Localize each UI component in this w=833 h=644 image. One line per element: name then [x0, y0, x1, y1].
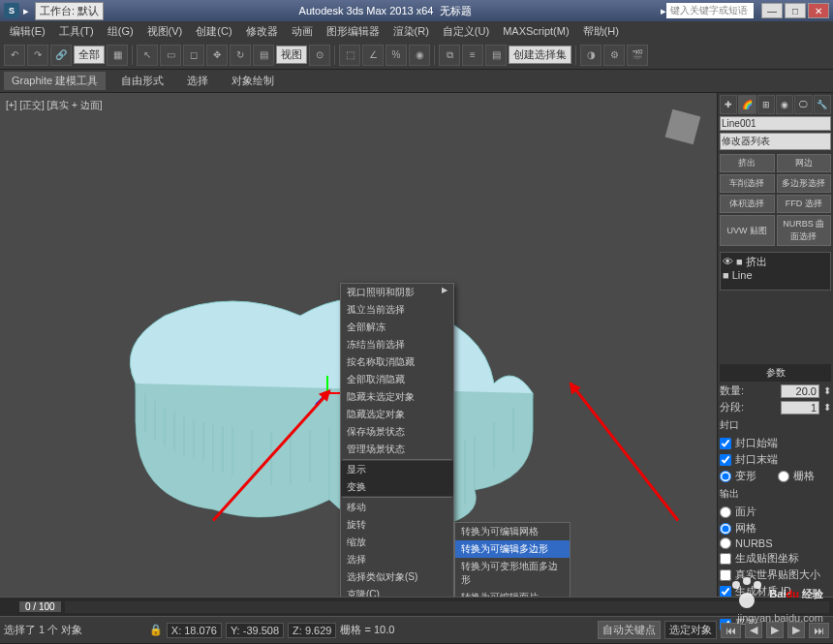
timeline[interactable]: 0 / 100 — [0, 597, 833, 616]
scale-button[interactable]: ▤ — [253, 45, 274, 66]
ctx-item[interactable]: 旋转 — [341, 516, 453, 534]
ctx-item[interactable]: 隐藏未选定对象 — [341, 388, 453, 406]
object-name-input[interactable] — [720, 116, 831, 131]
submenu-item[interactable]: 转换为可编辑面片 — [455, 589, 570, 597]
undo-button[interactable]: ↶ — [4, 45, 25, 66]
stack-base[interactable]: ■ Line — [723, 269, 828, 281]
gen-matids-check[interactable] — [720, 586, 731, 598]
lock-icon[interactable]: 🔒 — [149, 624, 163, 636]
keymode-select[interactable]: 选定对象 — [664, 621, 717, 639]
move-button[interactable]: ✥ — [206, 45, 228, 66]
workspace-selector[interactable]: 工作台: 默认 — [35, 2, 104, 20]
ctx-item[interactable]: 保存场景状态 — [341, 423, 453, 441]
ctx-item[interactable]: 按名称取消隐藏 — [341, 353, 453, 371]
refcoord-select[interactable]: 视图 — [276, 46, 307, 64]
submenu-item[interactable]: 转换为可编辑网格 — [455, 523, 570, 540]
material-button[interactable]: ◑ — [580, 45, 602, 66]
link-button[interactable]: 🔗 — [50, 45, 72, 66]
panel-tab-modify[interactable]: 🌈 — [738, 95, 756, 114]
mirror-button[interactable]: ⧉ — [439, 45, 460, 66]
menu-tools[interactable]: 工具(T) — [53, 22, 100, 41]
menu-view[interactable]: 视图(V) — [141, 22, 189, 41]
ribbon-selection[interactable]: 选择 — [179, 72, 216, 90]
amount-spinner[interactable]: 20.0 — [781, 384, 819, 398]
ctx-item[interactable]: 克隆(C) — [341, 586, 453, 597]
select-name-button[interactable]: ▭ — [160, 45, 181, 66]
filter-select[interactable]: 全部 — [74, 46, 105, 64]
percent-snap-button[interactable]: % — [386, 45, 407, 66]
btn-polyselect[interactable]: 多边形选择 — [777, 174, 832, 193]
panel-tab-display[interactable]: 🖵 — [794, 95, 812, 114]
ribbon-graphite[interactable]: Graphite 建模工具 — [4, 72, 106, 90]
close-button[interactable]: ✕ — [808, 3, 829, 18]
btn-profile[interactable]: 车削选择 — [720, 174, 775, 193]
menu-edit[interactable]: 编辑(E) — [4, 22, 51, 41]
panel-tab-utilities[interactable]: 🔧 — [814, 95, 831, 114]
ctx-item[interactable]: 全部解冻 — [341, 319, 453, 336]
ctx-item[interactable]: 移动 — [341, 499, 453, 516]
select-button[interactable]: ↖ — [137, 45, 158, 66]
cap-start-check[interactable] — [720, 438, 731, 449]
play-end[interactable]: ⏭ — [809, 623, 829, 638]
layers-button[interactable]: ▤ — [485, 45, 507, 66]
segments-spinner[interactable]: 1 — [781, 401, 819, 414]
menu-animation[interactable]: 动画 — [286, 22, 319, 41]
menu-help[interactable]: 帮助(H) — [577, 22, 625, 41]
ctx-item[interactable]: 缩放 — [341, 534, 453, 551]
ctx-item[interactable]: 孤立当前选择 — [341, 301, 453, 319]
render-button[interactable]: 🎬 — [627, 45, 648, 66]
panel-tab-motion[interactable]: ◉ — [776, 95, 793, 114]
play-button[interactable]: ▶ — [766, 622, 784, 638]
modifier-stack[interactable]: 👁 ■ 挤出 ■ Line — [720, 252, 831, 291]
btn-bodyselect[interactable]: 体积选择 — [720, 195, 775, 213]
timeline-track[interactable] — [65, 601, 829, 613]
modifier-list[interactable]: 修改器列表 — [720, 133, 831, 150]
ctx-item[interactable]: 视口照明和阴影 — [341, 284, 453, 301]
coord-y[interactable]: Y: -39.508 — [226, 623, 284, 638]
help-search[interactable]: 键入关键字或短语 — [666, 3, 754, 18]
out-mesh-radio[interactable] — [720, 523, 731, 535]
ctx-item[interactable]: 全部取消隐藏 — [341, 371, 453, 388]
named-sel-set[interactable]: 创建选择集 — [509, 46, 571, 64]
ctx-item[interactable]: 选择类似对象(S) — [341, 568, 453, 586]
panel-tab-hierarchy[interactable]: ⊞ — [757, 95, 775, 114]
stack-modifier[interactable]: 👁 ■ 挤出 — [723, 255, 828, 269]
snap-button[interactable]: ⬚ — [339, 45, 360, 66]
viewport[interactable]: [+] [正交] [真实 + 边面] 视口照明和阴影孤立当前选择全部解冻冻结当前… — [0, 93, 717, 597]
btn-extrude[interactable]: 挤出 — [720, 154, 775, 172]
btn-ffd[interactable]: FFD 选择 — [777, 195, 832, 213]
coord-x[interactable]: X: 18.076 — [167, 623, 222, 638]
autokey-button[interactable]: 自动关键点 — [598, 621, 661, 639]
coord-z[interactable]: Z: 9.629 — [288, 623, 336, 638]
play-next[interactable]: ▶ — [787, 622, 805, 638]
ribbon-freeform[interactable]: 自由形式 — [113, 72, 171, 90]
btn-uvw[interactable]: UVW 贴图 — [720, 215, 775, 246]
ctx-item[interactable]: 显示 — [341, 461, 453, 478]
viewport-label[interactable]: [+] [正交] [真实 + 边面] — [6, 99, 102, 112]
render-setup-button[interactable]: ⚙ — [603, 45, 625, 66]
ctx-item[interactable]: 选择 — [341, 551, 453, 568]
cap-end-check[interactable] — [720, 454, 731, 466]
ctx-item[interactable]: 冻结当前选择 — [341, 336, 453, 353]
morph-radio[interactable] — [720, 471, 731, 482]
maximize-button[interactable]: □ — [785, 3, 806, 18]
menu-maxscript[interactable]: MAXScript(M) — [497, 23, 574, 39]
redo-button[interactable]: ↷ — [27, 45, 48, 66]
angle-snap-button[interactable]: ∠ — [362, 45, 384, 66]
ctx-item[interactable]: 隐藏选定对象 — [341, 406, 453, 423]
rotate-button[interactable]: ↻ — [230, 45, 251, 66]
btn-nurbs[interactable]: NURBS 曲面选择 — [777, 215, 832, 246]
gen-coords-check[interactable] — [720, 553, 731, 565]
menu-graph[interactable]: 图形编辑器 — [321, 22, 386, 41]
ctx-item[interactable]: 变换 — [341, 478, 453, 496]
ribbon-paint[interactable]: 对象绘制 — [224, 72, 282, 90]
menu-customize[interactable]: 自定义(U) — [437, 22, 495, 41]
minimize-button[interactable]: — — [761, 3, 783, 18]
menu-group[interactable]: 组(G) — [102, 22, 139, 41]
select-rect-button[interactable]: ◻ — [183, 45, 204, 66]
grid-radio[interactable] — [778, 471, 789, 482]
ctx-item[interactable]: 管理场景状态 — [341, 441, 453, 458]
out-nurbs-radio[interactable] — [720, 537, 731, 549]
viewcube[interactable] — [659, 103, 707, 151]
panel-tab-create[interactable]: ✚ — [720, 95, 737, 114]
